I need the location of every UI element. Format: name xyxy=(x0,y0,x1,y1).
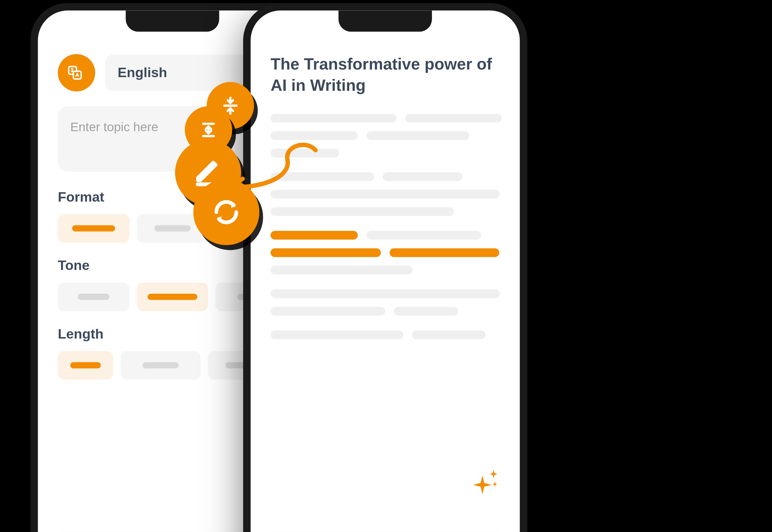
tone-option-2[interactable] xyxy=(137,282,208,311)
article-screen: The Transformative power of AI in Writin… xyxy=(251,11,520,532)
phone-notch xyxy=(126,11,219,32)
article-title: The Transformative power of AI in Writin… xyxy=(271,54,500,96)
phone-article-screen: The Transformative power of AI in Writin… xyxy=(243,3,527,532)
sparkle-icon xyxy=(470,469,501,503)
phone-screen: The Transformative power of AI in Writin… xyxy=(251,11,520,532)
language-value: English xyxy=(118,65,167,81)
translate-icon[interactable] xyxy=(58,54,95,91)
format-option-1[interactable] xyxy=(58,214,129,243)
tone-option-1[interactable] xyxy=(58,282,129,311)
length-option-1[interactable] xyxy=(58,351,113,380)
arrow-swoosh-icon xyxy=(213,143,325,217)
expand-icon xyxy=(198,119,219,141)
length-option-2[interactable] xyxy=(121,351,200,380)
phone-notch xyxy=(339,11,432,32)
topic-placeholder: Enter topic here xyxy=(70,120,158,134)
